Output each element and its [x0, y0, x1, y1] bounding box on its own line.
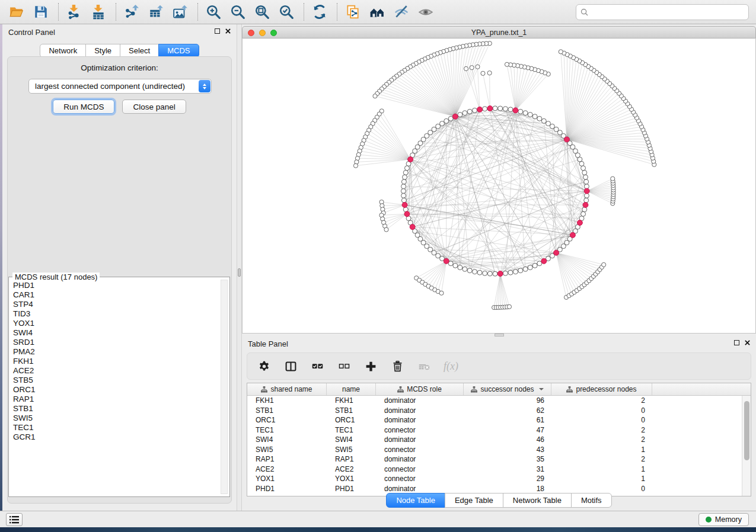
- graph-node[interactable]: [487, 271, 492, 276]
- mcds-result-item[interactable]: ORC1: [13, 385, 220, 395]
- tab-network-table[interactable]: Network Table: [503, 493, 572, 508]
- graph-node[interactable]: [537, 116, 542, 121]
- deselect-all-button[interactable]: [337, 359, 351, 373]
- mcds-result-item[interactable]: SWI5: [13, 414, 220, 423]
- graph-node[interactable]: [541, 118, 546, 123]
- settings-button[interactable]: [257, 359, 271, 373]
- graph-leaf-node[interactable]: [507, 305, 511, 309]
- run-mcds-button[interactable]: Run MCDS: [53, 100, 114, 114]
- refresh-button[interactable]: [310, 2, 329, 21]
- tab-mcds[interactable]: MCDS: [158, 44, 199, 57]
- mcds-result-item[interactable]: FKH1: [13, 357, 220, 366]
- table-row[interactable]: RAP1RAP1dominator352: [247, 454, 751, 464]
- graph-node[interactable]: [462, 111, 467, 116]
- graph-node[interactable]: [473, 270, 477, 274]
- delete-row-button[interactable]: [390, 359, 404, 373]
- zoom-selected-button[interactable]: [277, 2, 296, 21]
- hide-selected-button[interactable]: [392, 2, 411, 21]
- graph-node[interactable]: [532, 114, 537, 119]
- mcds-result-item[interactable]: RAP1: [13, 395, 220, 404]
- zoom-fit-button[interactable]: [253, 2, 272, 21]
- graph-node[interactable]: [550, 124, 554, 129]
- horizontal-splitter[interactable]: [242, 334, 756, 336]
- table-scrollbar[interactable]: [742, 396, 751, 496]
- graph-leaf-node[interactable]: [505, 62, 509, 66]
- graph-node[interactable]: [528, 112, 532, 117]
- float-panel-icon[interactable]: [215, 28, 220, 34]
- mcds-result-item[interactable]: STB5: [13, 376, 220, 385]
- graph-node[interactable]: [554, 127, 559, 132]
- tab-select[interactable]: Select: [120, 44, 159, 57]
- graph-node[interactable]: [584, 193, 589, 198]
- graph-node[interactable]: [581, 166, 586, 171]
- graph-node[interactable]: [462, 267, 467, 271]
- column-header-name[interactable]: name: [327, 383, 376, 395]
- mcds-result-item[interactable]: TEC1: [13, 423, 220, 432]
- tab-node-table[interactable]: Node Table: [386, 493, 445, 508]
- graph-node[interactable]: [518, 109, 523, 114]
- graph-leaf-node[interactable]: [464, 66, 468, 70]
- table-row[interactable]: TEC1TEC1connector472: [247, 425, 751, 435]
- graph-node[interactable]: [458, 112, 462, 117]
- graph-hub-node[interactable]: [410, 225, 415, 230]
- table-row[interactable]: SWI5SWI5connector431: [247, 445, 751, 455]
- table-row[interactable]: FKH1FKH1dominator962: [247, 396, 751, 406]
- mcds-result-item[interactable]: SRD1: [13, 338, 220, 347]
- graph-hub-node[interactable]: [570, 232, 575, 238]
- export-image-button[interactable]: [171, 2, 190, 21]
- graph-node[interactable]: [493, 271, 497, 276]
- tab-network[interactable]: Network: [40, 44, 86, 57]
- graph-node[interactable]: [483, 271, 487, 275]
- mcds-result-item[interactable]: STP4: [13, 300, 220, 309]
- graph-node[interactable]: [403, 170, 408, 175]
- graph-node[interactable]: [584, 180, 589, 184]
- graph-hub-node[interactable]: [577, 220, 582, 225]
- mcds-result-item[interactable]: GCR1: [13, 432, 220, 442]
- graph-node[interactable]: [448, 116, 453, 121]
- optimization-criterion-select[interactable]: largest connected component (undirected): [28, 79, 212, 94]
- column-header-shared-name[interactable]: shared name: [247, 383, 327, 395]
- graph-node[interactable]: [467, 268, 472, 273]
- graph-node[interactable]: [582, 207, 587, 212]
- graph-node[interactable]: [401, 198, 406, 203]
- vertical-splitter[interactable]: [237, 24, 242, 511]
- graph-node[interactable]: [453, 263, 458, 268]
- network-graph[interactable]: [243, 39, 755, 333]
- table-row[interactable]: ORC1ORC1dominator610: [247, 415, 751, 425]
- graph-node[interactable]: [401, 184, 406, 189]
- graph-leaf-node[interactable]: [487, 71, 492, 75]
- column-header-MCDS-role[interactable]: MCDS role: [376, 383, 464, 395]
- graph-node[interactable]: [581, 211, 586, 216]
- mcds-result-list[interactable]: PHD1CAR1STP4TID3YOX1SWI4SRD1PMA2FKH1ACE2…: [9, 281, 220, 494]
- mcds-result-item[interactable]: SWI4: [13, 328, 220, 338]
- export-table-button[interactable]: [146, 2, 165, 21]
- graph-hub-node[interactable]: [444, 258, 449, 264]
- graph-leaf-node[interactable]: [353, 164, 358, 168]
- graph-leaf-node[interactable]: [384, 227, 388, 232]
- graph-hub-node[interactable]: [402, 202, 407, 207]
- graph-node[interactable]: [401, 188, 406, 193]
- column-header-successor-nodes[interactable]: successor nodes: [464, 383, 551, 395]
- graph-leaf-node[interactable]: [373, 94, 377, 98]
- graph-node[interactable]: [436, 124, 441, 129]
- graph-hub-node[interactable]: [487, 106, 493, 111]
- mcds-result-item[interactable]: CAR1: [13, 290, 220, 300]
- graph-node[interactable]: [503, 271, 508, 275]
- graph-node[interactable]: [532, 263, 537, 268]
- scrollbar-thumb[interactable]: [744, 401, 749, 460]
- graph-hub-node[interactable]: [513, 108, 518, 113]
- import-network-button[interactable]: [65, 2, 84, 21]
- graph-node[interactable]: [404, 166, 409, 171]
- graph-leaf-node[interactable]: [470, 66, 474, 70]
- mcds-result-item[interactable]: PMA2: [13, 347, 220, 357]
- network-window-titlebar[interactable]: YPA_prune.txt_1: [242, 26, 756, 39]
- graph-node[interactable]: [473, 108, 477, 113]
- graph-node[interactable]: [528, 265, 532, 270]
- memory-button[interactable]: Memory: [698, 513, 749, 526]
- graph-node[interactable]: [493, 106, 497, 111]
- graph-hub-node[interactable]: [408, 157, 413, 162]
- show-columns-button[interactable]: [283, 359, 298, 373]
- first-neighbors-button[interactable]: [368, 2, 387, 21]
- graph-node[interactable]: [582, 170, 587, 175]
- float-panel-icon[interactable]: [734, 340, 739, 345]
